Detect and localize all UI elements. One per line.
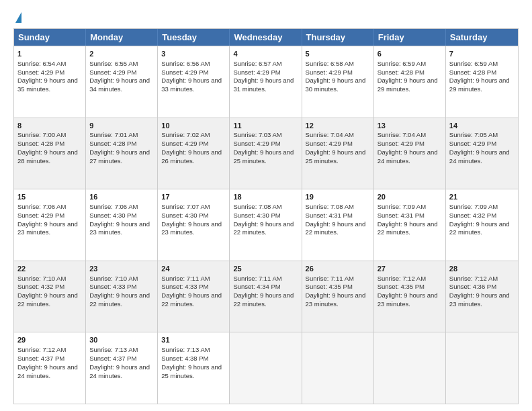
calendar-header-cell: Wednesday xyxy=(230,29,302,46)
daylight-text: Daylight: 9 hours and 35 minutes. xyxy=(17,77,78,93)
daylight-text: Daylight: 9 hours and 28 minutes. xyxy=(17,148,78,165)
sunrise-text: Sunrise: 7:06 AM xyxy=(89,203,138,210)
sunrise-text: Sunrise: 7:08 AM xyxy=(233,203,281,210)
sunrise-text: Sunrise: 7:03 AM xyxy=(233,131,281,138)
daylight-text: Daylight: 9 hours and 22 minutes. xyxy=(449,220,510,236)
sunset-text: Sunset: 4:30 PM xyxy=(233,212,280,219)
sunset-text: Sunset: 4:35 PM xyxy=(306,283,353,290)
daylight-text: Daylight: 9 hours and 22 minutes. xyxy=(89,291,150,308)
day-number: 28 xyxy=(449,264,515,274)
sunrise-text: Sunrise: 7:10 AM xyxy=(17,275,66,282)
sunrise-text: Sunrise: 7:09 AM xyxy=(449,203,498,210)
calendar-header-cell: Friday xyxy=(374,29,446,46)
sunrise-text: Sunrise: 7:06 AM xyxy=(17,203,66,210)
calendar-cell: 9Sunrise: 7:01 AMSunset: 4:28 PMDaylight… xyxy=(86,118,158,189)
sunset-text: Sunset: 4:29 PM xyxy=(161,140,208,147)
sunset-text: Sunset: 4:29 PM xyxy=(161,68,208,76)
day-number: 21 xyxy=(449,192,515,202)
sunrise-text: Sunrise: 6:58 AM xyxy=(306,60,354,67)
daylight-text: Daylight: 9 hours and 24 minutes. xyxy=(89,363,150,379)
calendar-cell xyxy=(302,332,374,404)
daylight-text: Daylight: 9 hours and 23 minutes. xyxy=(378,291,438,308)
day-number: 6 xyxy=(378,49,442,59)
daylight-text: Daylight: 9 hours and 23 minutes. xyxy=(89,220,150,236)
day-number: 9 xyxy=(89,121,154,131)
calendar-cell: 14Sunrise: 7:05 AMSunset: 4:29 PMDayligh… xyxy=(446,118,518,189)
sunrise-text: Sunrise: 6:59 AM xyxy=(449,60,498,67)
calendar-cell: 23Sunrise: 7:10 AMSunset: 4:33 PMDayligh… xyxy=(86,261,158,332)
day-number: 24 xyxy=(161,264,226,274)
calendar: SundayMondayTuesdayWednesdayThursdayFrid… xyxy=(13,28,519,404)
calendar-header-cell: Monday xyxy=(86,29,158,46)
sunrise-text: Sunrise: 7:09 AM xyxy=(378,203,426,210)
day-number: 7 xyxy=(449,49,515,59)
header xyxy=(13,12,519,21)
day-number: 23 xyxy=(89,264,154,274)
calendar-cell: 11Sunrise: 7:03 AMSunset: 4:29 PMDayligh… xyxy=(230,118,302,189)
calendar-header: SundayMondayTuesdayWednesdayThursdayFrid… xyxy=(14,29,518,46)
daylight-text: Daylight: 9 hours and 30 minutes. xyxy=(306,77,366,93)
sunset-text: Sunset: 4:29 PM xyxy=(233,68,280,76)
calendar-cell: 7Sunrise: 6:59 AMSunset: 4:28 PMDaylight… xyxy=(446,46,518,118)
calendar-cell xyxy=(374,332,446,404)
calendar-cell xyxy=(230,332,302,404)
day-number: 17 xyxy=(161,192,226,202)
daylight-text: Daylight: 9 hours and 22 minutes. xyxy=(306,220,366,236)
sunset-text: Sunset: 4:30 PM xyxy=(161,212,208,219)
sunrise-text: Sunrise: 7:00 AM xyxy=(17,131,66,138)
calendar-header-cell: Sunday xyxy=(14,29,86,46)
calendar-cell: 31Sunrise: 7:13 AMSunset: 4:38 PMDayligh… xyxy=(158,332,230,404)
calendar-cell: 18Sunrise: 7:08 AMSunset: 4:30 PMDayligh… xyxy=(230,189,302,261)
day-number: 15 xyxy=(17,192,82,202)
sunrise-text: Sunrise: 7:07 AM xyxy=(161,203,210,210)
sunrise-text: Sunrise: 7:08 AM xyxy=(306,203,354,210)
day-number: 16 xyxy=(89,192,154,202)
calendar-cell: 26Sunrise: 7:11 AMSunset: 4:35 PMDayligh… xyxy=(302,261,374,332)
calendar-header-cell: Tuesday xyxy=(158,29,230,46)
sunrise-text: Sunrise: 7:13 AM xyxy=(89,346,138,353)
sunset-text: Sunset: 4:33 PM xyxy=(89,283,136,290)
sunset-text: Sunset: 4:35 PM xyxy=(378,283,425,290)
sunrise-text: Sunrise: 7:13 AM xyxy=(161,346,210,353)
calendar-cell: 2Sunrise: 6:55 AMSunset: 4:29 PMDaylight… xyxy=(86,46,158,118)
daylight-text: Daylight: 9 hours and 31 minutes. xyxy=(233,77,294,93)
calendar-cell: 21Sunrise: 7:09 AMSunset: 4:32 PMDayligh… xyxy=(446,189,518,261)
sunset-text: Sunset: 4:29 PM xyxy=(378,140,425,147)
sunset-text: Sunset: 4:29 PM xyxy=(17,212,64,219)
calendar-cell: 8Sunrise: 7:00 AMSunset: 4:28 PMDaylight… xyxy=(14,118,86,189)
sunset-text: Sunset: 4:29 PM xyxy=(17,68,64,76)
sunrise-text: Sunrise: 7:11 AM xyxy=(161,275,210,282)
sunset-text: Sunset: 4:31 PM xyxy=(378,212,425,219)
day-number: 31 xyxy=(161,335,226,345)
calendar-cell: 4Sunrise: 6:57 AMSunset: 4:29 PMDaylight… xyxy=(230,46,302,118)
calendar-cell: 3Sunrise: 6:56 AMSunset: 4:29 PMDaylight… xyxy=(158,46,230,118)
daylight-text: Daylight: 9 hours and 27 minutes. xyxy=(89,148,150,165)
day-number: 26 xyxy=(306,264,370,274)
day-number: 12 xyxy=(306,121,370,131)
sunrise-text: Sunrise: 7:05 AM xyxy=(449,131,498,138)
calendar-cell: 28Sunrise: 7:12 AMSunset: 4:36 PMDayligh… xyxy=(446,261,518,332)
day-number: 27 xyxy=(378,264,442,274)
daylight-text: Daylight: 9 hours and 22 minutes. xyxy=(17,291,78,308)
sunrise-text: Sunrise: 7:12 AM xyxy=(449,275,498,282)
daylight-text: Daylight: 9 hours and 22 minutes. xyxy=(233,291,294,308)
day-number: 19 xyxy=(306,192,370,202)
day-number: 20 xyxy=(378,192,442,202)
calendar-cell: 13Sunrise: 7:04 AMSunset: 4:29 PMDayligh… xyxy=(374,118,446,189)
sunrise-text: Sunrise: 6:59 AM xyxy=(378,60,426,67)
daylight-text: Daylight: 9 hours and 22 minutes. xyxy=(161,291,222,308)
calendar-cell: 17Sunrise: 7:07 AMSunset: 4:30 PMDayligh… xyxy=(158,189,230,261)
daylight-text: Daylight: 9 hours and 29 minutes. xyxy=(378,77,438,93)
daylight-text: Daylight: 9 hours and 24 minutes. xyxy=(17,363,78,379)
sunrise-text: Sunrise: 7:12 AM xyxy=(378,275,426,282)
daylight-text: Daylight: 9 hours and 22 minutes. xyxy=(233,220,294,236)
sunset-text: Sunset: 4:30 PM xyxy=(89,212,136,219)
calendar-cell: 1Sunrise: 6:54 AMSunset: 4:29 PMDaylight… xyxy=(14,46,86,118)
calendar-cell: 20Sunrise: 7:09 AMSunset: 4:31 PMDayligh… xyxy=(374,189,446,261)
sunrise-text: Sunrise: 7:04 AM xyxy=(306,131,354,138)
calendar-cell: 5Sunrise: 6:58 AMSunset: 4:29 PMDaylight… xyxy=(302,46,374,118)
sunset-text: Sunset: 4:31 PM xyxy=(306,212,353,219)
daylight-text: Daylight: 9 hours and 23 minutes. xyxy=(449,291,510,308)
daylight-text: Daylight: 9 hours and 29 minutes. xyxy=(449,77,510,93)
calendar-cell: 22Sunrise: 7:10 AMSunset: 4:32 PMDayligh… xyxy=(14,261,86,332)
